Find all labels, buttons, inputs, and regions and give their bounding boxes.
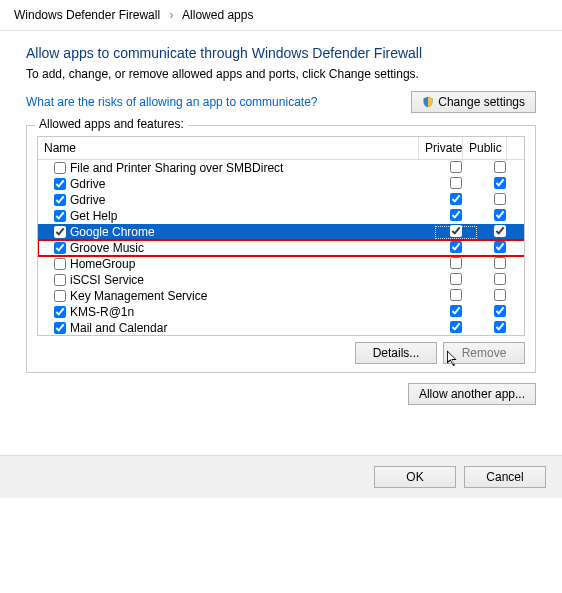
allowed-apps-table: Name Private Public File and Printer Sha…: [37, 136, 525, 336]
row-app-name: Groove Music: [70, 241, 144, 255]
table-row[interactable]: Get Help: [38, 208, 524, 224]
row-public-checkbox[interactable]: [494, 257, 506, 269]
row-private-checkbox[interactable]: [450, 161, 462, 173]
page-title: Allow apps to communicate through Window…: [26, 45, 536, 61]
table-row[interactable]: HomeGroup: [38, 256, 524, 272]
table-row[interactable]: iSCSI Service: [38, 272, 524, 288]
change-settings-label: Change settings: [438, 95, 525, 109]
row-enable-checkbox[interactable]: [54, 226, 66, 238]
column-header-public[interactable]: Public: [463, 137, 507, 159]
table-row[interactable]: File and Printer Sharing over SMBDirect: [38, 160, 524, 176]
row-public-checkbox[interactable]: [494, 241, 506, 253]
row-enable-checkbox[interactable]: [54, 322, 66, 334]
row-public-checkbox[interactable]: [494, 273, 506, 285]
risks-link[interactable]: What are the risks of allowing an app to…: [26, 95, 317, 109]
row-enable-checkbox[interactable]: [54, 274, 66, 286]
row-private-checkbox[interactable]: [450, 289, 462, 301]
table-row[interactable]: Google Chrome: [38, 224, 524, 240]
row-app-name: Google Chrome: [70, 225, 155, 239]
shield-icon: [422, 96, 434, 108]
row-enable-checkbox[interactable]: [54, 162, 66, 174]
row-app-name: iSCSI Service: [70, 273, 144, 287]
row-app-name: Mail and Calendar: [70, 321, 167, 335]
row-private-checkbox[interactable]: [450, 241, 462, 253]
row-enable-checkbox[interactable]: [54, 290, 66, 302]
row-app-name: KMS-R@1n: [70, 305, 134, 319]
cancel-button[interactable]: Cancel: [464, 466, 546, 488]
row-public-checkbox[interactable]: [494, 177, 506, 189]
row-app-name: Get Help: [70, 209, 117, 223]
remove-button[interactable]: Remove: [443, 342, 525, 364]
row-public-checkbox[interactable]: [494, 225, 506, 237]
row-public-checkbox[interactable]: [494, 161, 506, 173]
row-enable-checkbox[interactable]: [54, 242, 66, 254]
row-enable-checkbox[interactable]: [54, 210, 66, 222]
breadcrumb-root[interactable]: Windows Defender Firewall: [14, 8, 160, 22]
row-private-checkbox[interactable]: [450, 193, 462, 205]
ok-button[interactable]: OK: [374, 466, 456, 488]
details-button[interactable]: Details...: [355, 342, 437, 364]
chevron-right-icon: ›: [169, 8, 173, 22]
row-private-checkbox[interactable]: [450, 177, 462, 189]
table-row[interactable]: Gdrive: [38, 176, 524, 192]
groupbox-title: Allowed apps and features:: [35, 117, 188, 131]
scrollbar-header-stub: [507, 137, 524, 159]
row-public-checkbox[interactable]: [494, 193, 506, 205]
column-header-private[interactable]: Private: [419, 137, 463, 159]
table-row[interactable]: Gdrive: [38, 192, 524, 208]
row-private-checkbox[interactable]: [450, 225, 462, 237]
row-app-name: HomeGroup: [70, 257, 135, 271]
page-subtitle: To add, change, or remove allowed apps a…: [26, 67, 536, 81]
table-row[interactable]: Mail and Calendar: [38, 320, 524, 335]
row-enable-checkbox[interactable]: [54, 258, 66, 270]
column-header-name[interactable]: Name: [38, 137, 419, 159]
row-public-checkbox[interactable]: [494, 209, 506, 221]
row-app-name: Gdrive: [70, 193, 105, 207]
row-app-name: Key Management Service: [70, 289, 207, 303]
dialog-footer: OK Cancel: [0, 455, 562, 498]
table-row[interactable]: Groove Music: [38, 240, 524, 256]
table-row[interactable]: Key Management Service: [38, 288, 524, 304]
row-public-checkbox[interactable]: [494, 321, 506, 333]
row-public-checkbox[interactable]: [494, 305, 506, 317]
row-enable-checkbox[interactable]: [54, 194, 66, 206]
row-app-name: File and Printer Sharing over SMBDirect: [70, 161, 283, 175]
table-rows-scroll[interactable]: File and Printer Sharing over SMBDirectG…: [38, 160, 524, 335]
breadcrumb: Windows Defender Firewall › Allowed apps: [0, 0, 562, 31]
row-app-name: Gdrive: [70, 177, 105, 191]
change-settings-button[interactable]: Change settings: [411, 91, 536, 113]
breadcrumb-current: Allowed apps: [182, 8, 253, 22]
row-private-checkbox[interactable]: [450, 209, 462, 221]
row-enable-checkbox[interactable]: [54, 306, 66, 318]
table-row[interactable]: KMS-R@1n: [38, 304, 524, 320]
row-public-checkbox[interactable]: [494, 289, 506, 301]
row-enable-checkbox[interactable]: [54, 178, 66, 190]
row-private-checkbox[interactable]: [450, 305, 462, 317]
row-private-checkbox[interactable]: [450, 257, 462, 269]
allow-another-app-button[interactable]: Allow another app...: [408, 383, 536, 405]
allowed-apps-group: Allowed apps and features: Name Private …: [26, 125, 536, 373]
row-private-checkbox[interactable]: [450, 321, 462, 333]
row-private-checkbox[interactable]: [450, 273, 462, 285]
content-pane: Allow apps to communicate through Window…: [0, 31, 562, 415]
